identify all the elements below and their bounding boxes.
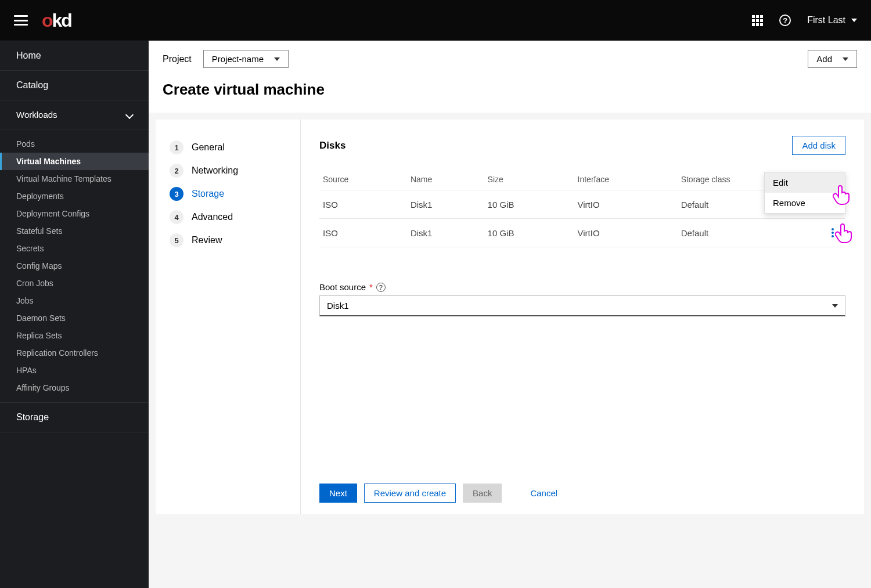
row-action-menu: Edit Remove [764,172,845,214]
col-interface: Interface [574,169,678,190]
sidebar-item-catalog[interactable]: Catalog [0,71,149,100]
sidebar-item-hpas[interactable]: HPAs [0,362,149,379]
sidebar-item-secrets[interactable]: Secrets [0,240,149,257]
main: Project Project-name Add Create virtual … [149,41,871,588]
review-create-button[interactable]: Review and create [364,484,456,503]
sidebar-item-deployments[interactable]: Deployments [0,187,149,205]
wizard-step-storage[interactable]: 3Storage [163,182,293,205]
chevron-down-icon [843,57,848,61]
table-row: ISO Disk1 10 GiB VirtIO Default [319,219,845,247]
col-name: Name [407,169,484,190]
sidebar-item-stateful-sets[interactable]: Stateful Sets [0,222,149,240]
chevron-down-icon [274,57,280,61]
sidebar-item-virtual-machines[interactable]: Virtual Machines [0,153,149,170]
boot-source-label: Boot source [319,282,366,292]
project-label: Project [163,54,192,64]
wizard-step-networking[interactable]: 2Networking [163,159,293,182]
boot-source-value: Disk1 [327,301,349,311]
brand-logo: okd [42,10,71,31]
sidebar-item-cron-jobs[interactable]: Cron Jobs [0,275,149,292]
wizard-nav: 1General 2Networking 3Storage 4Advanced … [156,120,301,514]
col-size: Size [484,169,574,190]
chevron-down-icon [125,110,134,118]
boot-source-select[interactable]: Disk1 [319,295,845,316]
sidebar-item-vm-templates[interactable]: Virtual Machine Templates [0,170,149,187]
sidebar-item-deployment-configs[interactable]: Deployment Configs [0,205,149,222]
user-menu[interactable]: First Last [807,15,857,26]
project-value: Project-name [212,54,264,64]
sidebar-item-config-maps[interactable]: Config Maps [0,257,149,275]
cancel-button[interactable]: Cancel [520,484,567,503]
sidebar-item-pods[interactable]: Pods [0,135,149,153]
sidebar-item-storage[interactable]: Storage [0,402,149,432]
add-disk-button[interactable]: Add disk [792,136,845,155]
sidebar-item-jobs[interactable]: Jobs [0,292,149,309]
next-button[interactable]: Next [319,484,357,503]
disks-heading: Disks [319,140,345,151]
wizard-content: Disks Add disk Source Name Size Interfac… [301,120,864,514]
sidebar-item-replica-sets[interactable]: Replica Sets [0,327,149,344]
add-menu[interactable]: Add [808,50,857,68]
sidebar-item-affinity-groups[interactable]: Affinity Groups [0,379,149,396]
help-icon[interactable]: ? [376,283,386,292]
wizard-footer: Next Review and create Back Cancel [319,472,845,503]
chevron-down-icon [832,304,838,308]
help-icon[interactable]: ? [779,15,791,26]
sidebar-section-workloads[interactable]: Workloads [0,100,149,129]
back-button: Back [463,484,502,503]
project-selector[interactable]: Project-name [203,50,289,68]
menu-item-remove[interactable]: Remove [765,193,845,213]
nav-toggle-button[interactable] [14,15,28,26]
page-title: Create virtual machine [149,75,871,113]
col-source: Source [319,169,407,190]
app-launcher-icon[interactable] [752,15,763,26]
wizard-step-review[interactable]: 5Review [163,229,293,252]
sidebar: Home Catalog Workloads Pods Virtual Mach… [0,41,149,588]
topbar: okd ? First Last [0,0,871,41]
project-toolbar: Project Project-name Add [149,41,871,75]
sidebar-item-replication-controllers[interactable]: Replication Controllers [0,344,149,362]
required-indicator: * [369,282,373,292]
user-name: First Last [807,15,845,26]
sidebar-item-daemon-sets[interactable]: Daemon Sets [0,309,149,327]
wizard-step-general[interactable]: 1General [163,136,293,159]
chevron-down-icon [851,19,857,22]
kebab-menu-icon[interactable] [832,228,842,237]
add-label: Add [816,54,832,64]
wizard-step-advanced[interactable]: 4Advanced [163,205,293,229]
sidebar-item-home[interactable]: Home [0,41,149,71]
menu-item-edit[interactable]: Edit [765,172,845,193]
